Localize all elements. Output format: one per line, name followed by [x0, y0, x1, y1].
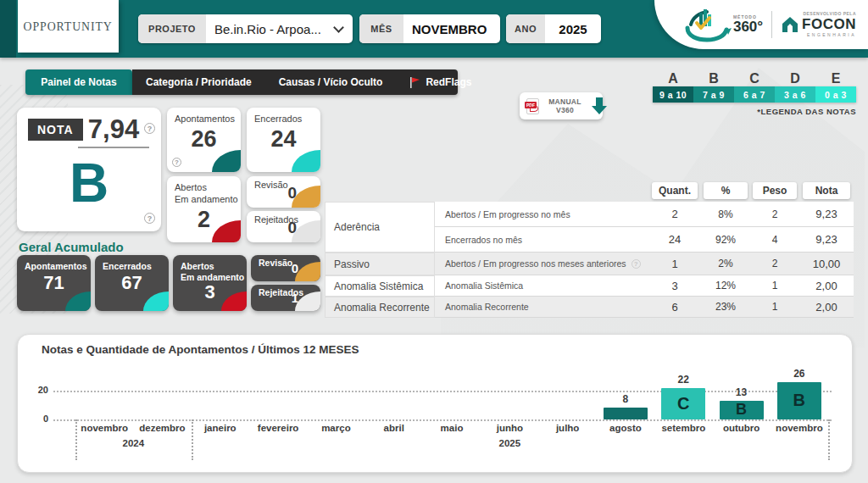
tab-causas-vicio-oculto[interactable]: Causas / Vício Oculto: [265, 76, 397, 88]
x-axis-label: novembro: [75, 423, 133, 433]
card-value: 24: [247, 126, 320, 153]
x-axis-label: fevereiro: [249, 423, 307, 433]
card-revisao-acumulado: Revisão 0: [251, 255, 320, 281]
focon-engenharia: ENGENHARIA: [807, 33, 856, 38]
card-title: Encerrados: [247, 108, 320, 125]
month-value: NOVEMBRO: [403, 22, 495, 36]
dashboard: OPPORTUNITY PROJETO Be.in.Rio - Arpoa...…: [0, 0, 868, 483]
category-anomalia-sistemica[interactable]: Anomalia Sistêmica: [325, 275, 435, 297]
help-icon[interactable]: ?: [632, 259, 641, 269]
logo-text: OPPORTUNITY: [24, 19, 113, 34]
cell-peso: 2: [750, 253, 799, 275]
bar-grade-label: C: [661, 394, 705, 414]
bar-value-label: 8: [597, 393, 654, 405]
focon-name: FOCON: [802, 17, 856, 33]
row-desc[interactable]: Encerrados no mês: [435, 227, 648, 253]
legend-range: 3 a 6: [775, 86, 815, 103]
project-label: PROJETO: [138, 14, 206, 43]
category-passivo[interactable]: Passivo: [325, 253, 435, 275]
x-axis-label: abril: [365, 423, 423, 433]
chevron-down-icon[interactable]: [333, 22, 344, 33]
bar-value-label: 13: [712, 386, 770, 398]
cell-nota: 10,00: [799, 253, 854, 275]
project-dropdown[interactable]: PROJETO Be.in.Rio - Arpoa...: [138, 14, 353, 43]
bar-novembro[interactable]: B: [777, 382, 821, 419]
legend-range: 6 a 7: [734, 86, 775, 103]
col-header-nota: Nota: [803, 182, 850, 199]
geral-acumulado-title: Geral Acumulado: [19, 240, 124, 254]
legend-note: *LEGENDA DAS NOTAS: [653, 107, 856, 116]
cell-nota: 2,00: [799, 275, 854, 297]
nota-grade: B: [17, 152, 161, 214]
card-revisao-mes: Revisão 0: [247, 176, 320, 208]
manual-v360-button[interactable]: MANUAL V360: [520, 92, 603, 119]
category-aderencia[interactable]: Aderência: [325, 202, 435, 253]
nota-label: NOTA: [28, 119, 83, 141]
opportunity-logo: OPPORTUNITY: [18, 0, 119, 53]
brand-divider: [771, 11, 772, 38]
card-title: AbertosEm andamento: [167, 176, 241, 206]
tab-painel-de-notas[interactable]: Painel de Notas: [25, 69, 132, 95]
year-value: 2025: [545, 22, 601, 36]
tab-categoria-prioridade[interactable]: Categoria / Prioridade: [132, 76, 265, 88]
row-desc[interactable]: Abertos / Em progresso nos meses anterio…: [435, 253, 648, 275]
card-title: Apontamentos: [17, 255, 91, 272]
row-desc[interactable]: Abertos / Em progresso no mês: [435, 202, 648, 227]
cell-nota: 9,23: [799, 227, 854, 253]
col-header-pct: %: [704, 182, 747, 199]
cell-peso: 1: [750, 297, 799, 318]
category-anomalia-recorrente[interactable]: Anomalia Recorrente: [325, 297, 435, 318]
month-label: MÊS: [359, 14, 403, 43]
row-desc[interactable]: Anomalia Sistêmica: [435, 275, 648, 297]
x-axis-label: julho: [539, 423, 597, 433]
legend-letter: B: [693, 71, 734, 86]
year-separator: [75, 419, 77, 460]
year-separator: [828, 419, 830, 460]
year-label: ANO: [506, 14, 545, 43]
cell-nota: 9,23: [799, 202, 854, 227]
card-apontamentos-acumulado: Apontamentos 71: [17, 255, 91, 311]
bar-setembro[interactable]: C: [661, 388, 705, 419]
header-accent-strip: [0, 0, 16, 58]
grade-legend: A B C D E 9 a 10 7 a 9 6 a 7 3 a 6 0 a 3…: [653, 71, 856, 116]
year-label: 2024: [123, 438, 145, 448]
legend-letter: E: [815, 71, 856, 86]
card-value: 71: [17, 272, 91, 294]
card-value: 26: [167, 126, 241, 153]
card-apontamentos-mes: Apontamentos 26 ?: [167, 108, 241, 172]
x-axis-label: novembro: [771, 423, 828, 433]
col-header-peso: Peso: [753, 182, 796, 199]
legend-letter: D: [775, 71, 815, 86]
corner-accent: [292, 150, 320, 172]
bar-agosto[interactable]: [604, 408, 648, 419]
chart-bars-area: 8C22B13B26: [75, 335, 828, 419]
col-header-quant: Quant.: [652, 182, 698, 199]
year-filter[interactable]: ANO 2025: [506, 14, 601, 43]
cell-peso: 1: [750, 275, 799, 297]
tab-bar: Categoria / Prioridade Causas / Vício Oc…: [132, 69, 458, 95]
card-value: 67: [95, 272, 169, 294]
help-icon[interactable]: ?: [144, 213, 155, 224]
help-icon[interactable]: ?: [172, 158, 181, 167]
gridline-0: [53, 419, 832, 421]
help-icon[interactable]: ?: [144, 123, 155, 134]
corner-accent: [212, 150, 241, 172]
card-encerrados-mes: Encerrados 24: [247, 108, 320, 172]
row-desc[interactable]: Anomalia Recorrente: [435, 297, 648, 318]
cell-quant: 24: [648, 227, 701, 253]
card-abertos-mes: AbertosEm andamento 2: [167, 176, 241, 242]
legend-letters: A B C D E: [653, 71, 856, 86]
cell-pct: 2%: [701, 253, 750, 275]
bar-outubro[interactable]: B: [720, 401, 764, 419]
download-arrow-icon[interactable]: [591, 97, 608, 115]
focon-house-icon: [781, 16, 799, 33]
y-tick-20: 20: [25, 385, 48, 395]
metodo-360-label: 360°: [733, 19, 763, 34]
month-filter[interactable]: MÊS NOVEMBRO: [359, 14, 500, 43]
cell-pct: 23%: [701, 297, 750, 318]
header-bar: OPPORTUNITY PROJETO Be.in.Rio - Arpoa...…: [0, 0, 868, 58]
legend-band: 9 a 10 7 a 9 6 a 7 3 a 6 0 a 3: [653, 86, 856, 103]
cell-pct: 8%: [701, 202, 750, 227]
tab-redflags[interactable]: RedFlags: [396, 76, 485, 88]
manual-line2: V360: [556, 106, 574, 114]
